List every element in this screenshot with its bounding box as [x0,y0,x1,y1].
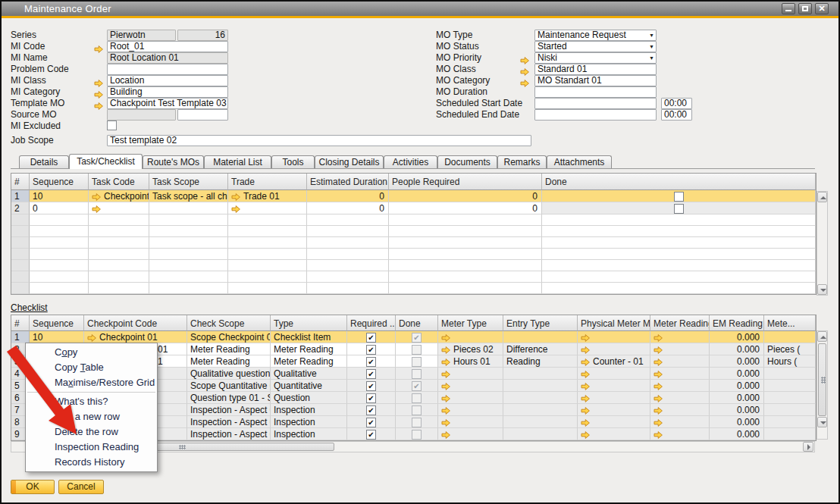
table-cell[interactable] [438,368,503,380]
table-cell[interactable]: Hours ( [764,355,816,368]
table-cell[interactable]: Trade 01 [228,190,307,202]
table-cell[interactable] [650,331,710,343]
link-arrow-icon[interactable] [94,99,103,107]
table-cell[interactable] [396,404,438,416]
table-cell[interactable] [578,392,650,404]
minimize-button[interactable] [782,3,795,14]
task-table-vscrollbar[interactable] [816,191,828,296]
table-cell[interactable] [307,214,389,226]
link-arrow-icon[interactable] [94,88,103,95]
checkbox[interactable]: ✔ [366,357,376,367]
table-cell[interactable]: Inspection [271,428,347,440]
table-cell[interactable] [438,331,503,343]
table-cell[interactable]: Question type 01 - Sco [187,392,271,404]
link-arrow-icon[interactable] [441,333,450,341]
link-arrow-icon[interactable] [581,333,590,341]
link-arrow-icon[interactable] [654,382,663,390]
table-cell[interactable]: Meter Reading [271,343,347,355]
table-cell[interactable] [228,226,307,237]
tab-material-list[interactable]: Material List [204,155,271,168]
link-arrow-icon[interactable] [581,406,590,414]
dropdown-arrow-icon[interactable]: ▼ [649,33,654,39]
mo-duration-field[interactable] [534,86,657,98]
scroll-right-button[interactable] [803,442,813,452]
table-cell[interactable] [542,226,816,237]
table-cell[interactable] [307,283,389,294]
table-cell[interactable] [503,380,578,392]
checkbox[interactable]: ✔ [366,393,376,403]
dropdown-arrow-icon[interactable]: ▼ [649,44,654,50]
table-cell[interactable] [542,249,816,260]
link-arrow-icon[interactable] [581,418,590,426]
table-cell[interactable] [503,428,578,440]
table-cell[interactable] [89,202,149,214]
table-cell[interactable] [542,202,816,214]
table-cell[interactable] [650,392,710,404]
table-cell[interactable] [764,368,816,380]
table-cell[interactable]: 0.000 [710,416,764,428]
table-cell[interactable]: Scope Quantitative 01 [187,380,271,392]
mo-type-field[interactable]: Maintenance Request▼ [534,30,657,41]
table-cell[interactable] [764,404,816,416]
table-cell[interactable]: Question [271,392,347,404]
table-cell[interactable] [228,237,307,249]
link-arrow-icon[interactable] [654,346,663,353]
table-cell[interactable]: ✔ [396,331,438,343]
close-button[interactable]: ✕ [815,3,829,14]
table-cell[interactable] [307,237,389,249]
table-cell[interactable]: Qualitative [271,368,347,380]
tab-remarks[interactable]: Remarks [497,155,547,168]
table-row[interactable]: 110Checkpoint test 01Task scope - all ch… [11,190,816,202]
table-cell[interactable] [228,202,307,214]
table-cell[interactable] [578,404,650,416]
source-mo-field-2[interactable] [177,109,228,121]
menu-item-records-history[interactable]: Records History [26,455,157,470]
table-cell[interactable] [503,392,578,404]
link-arrow-icon[interactable] [94,42,103,50]
checkbox[interactable] [674,204,684,214]
table-cell[interactable] [389,214,542,226]
link-arrow-icon[interactable] [441,382,450,390]
link-arrow-icon[interactable] [441,418,450,426]
table-cell[interactable] [764,416,816,428]
table-cell[interactable]: ✔ [347,416,396,428]
table-cell[interactable] [438,380,503,392]
link-arrow-icon[interactable] [441,346,450,353]
table-cell[interactable]: Inspection - Aspect 01, [187,404,271,416]
table-cell[interactable] [149,237,228,249]
table-cell[interactable] [389,249,542,260]
table-cell[interactable] [764,428,816,440]
scheduled-end-date-field-2[interactable]: 00:00 [661,109,692,121]
table-cell[interactable] [30,283,89,294]
tab-activities[interactable]: Activities [384,155,437,168]
link-arrow-icon[interactable] [581,346,590,353]
table-cell[interactable]: 0.000 [710,343,764,355]
table-cell[interactable] [228,271,307,283]
link-arrow-icon[interactable] [441,430,450,438]
table-cell[interactable]: ✔ [347,343,396,355]
tab-documents[interactable]: Documents [437,155,497,168]
table-cell[interactable] [438,428,503,440]
table-cell[interactable] [149,214,228,226]
link-arrow-icon[interactable] [654,418,663,426]
link-arrow-icon[interactable] [581,394,590,402]
table-cell[interactable] [503,368,578,380]
table-cell[interactable] [307,226,389,237]
scroll-up-button[interactable] [817,331,827,342]
table-cell[interactable] [578,343,650,355]
table-cell[interactable]: Pieces ( [764,343,816,355]
table-cell[interactable]: Counter - 01 [578,355,650,368]
empty-table-row[interactable] [11,226,816,237]
table-cell[interactable] [228,249,307,260]
table-cell[interactable] [650,404,710,416]
table-cell[interactable] [149,226,228,237]
scroll-up-button[interactable] [817,192,827,202]
table-cell[interactable]: ✔ [347,355,396,368]
scroll-down-button[interactable] [817,417,827,427]
table-cell[interactable] [578,416,650,428]
tab-tools[interactable]: Tools [271,155,315,168]
table-cell[interactable] [764,331,816,343]
scroll-down-button[interactable] [817,284,827,295]
empty-table-row[interactable] [11,271,816,283]
table-cell[interactable] [438,404,503,416]
